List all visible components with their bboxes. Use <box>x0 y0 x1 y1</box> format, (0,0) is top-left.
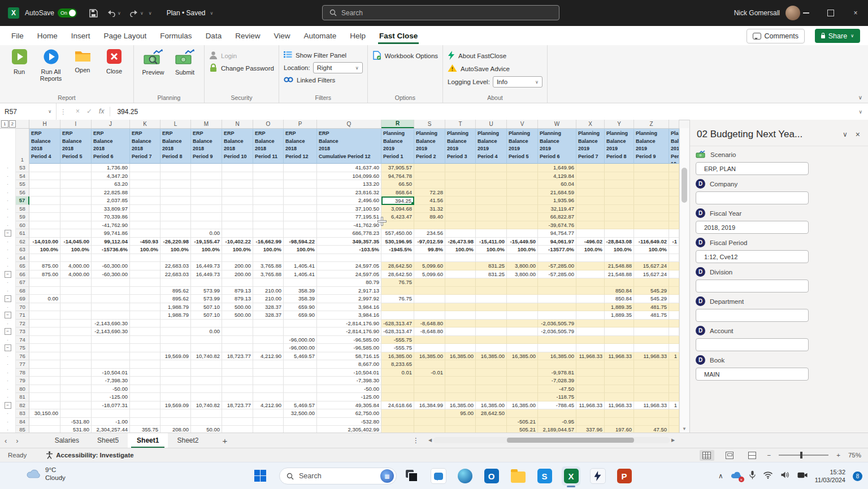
grid-cell[interactable] <box>576 180 605 189</box>
row-header-70[interactable]: 70 <box>16 303 29 312</box>
grid-cell[interactable] <box>160 221 191 230</box>
grid-cell[interactable]: 70,339.86 <box>92 213 130 221</box>
accessibility-status[interactable]: Accessibility: Investigate <box>46 451 133 459</box>
grid-cell[interactable]: 686,778.23 <box>317 229 381 238</box>
grid-cell[interactable]: -96,585.00 <box>317 344 381 352</box>
grid-cell[interactable]: 16,449.73 <box>191 270 222 279</box>
grid-cell[interactable] <box>222 180 253 189</box>
grid-cell[interactable] <box>669 360 679 369</box>
restore-button[interactable] <box>818 0 843 26</box>
grid-cell[interactable] <box>222 409 253 418</box>
grid-cell[interactable]: 63.20 <box>92 180 130 189</box>
grid-cell[interactable]: 3,765.88 <box>253 270 284 279</box>
grid-cell[interactable] <box>445 360 476 369</box>
grid-cell[interactable] <box>191 180 222 189</box>
grid-cell[interactable] <box>445 336 476 344</box>
grid-cell[interactable] <box>634 377 669 385</box>
sheet-tab-salaries[interactable]: Salaries <box>46 433 88 448</box>
grid-cell[interactable]: 11,968.33 <box>634 401 669 410</box>
grid-cell[interactable] <box>222 213 253 221</box>
grid-cell[interactable] <box>476 360 507 369</box>
grid-cell[interactable]: 99,741.86 <box>92 229 130 238</box>
grid-cell[interactable] <box>414 180 445 189</box>
grid-cell[interactable]: 94,764.78 <box>381 172 414 181</box>
grid-cell[interactable]: -125.00 <box>92 393 130 401</box>
grid-cell[interactable]: 66,822.87 <box>538 213 576 221</box>
book-input[interactable]: MAIN <box>696 368 809 381</box>
grid-cell[interactable] <box>634 328 669 336</box>
grid-cell[interactable]: 0.00 <box>191 328 222 336</box>
grid-cell[interactable] <box>284 393 317 401</box>
ribbon-tab-file[interactable]: File <box>5 26 31 45</box>
grid-cell[interactable] <box>669 320 679 328</box>
outline-gutter[interactable]: · <box>0 287 16 295</box>
grid-cell[interactable] <box>284 213 317 221</box>
grid-cell[interactable] <box>476 336 507 344</box>
grid-cell[interactable] <box>507 385 538 394</box>
grid-cell[interactable] <box>29 197 60 205</box>
grid-cell[interactable]: 100.0% <box>160 246 191 254</box>
grid-cell[interactable]: 100.0% <box>60 246 92 254</box>
grid-cell[interactable] <box>160 205 191 213</box>
grid-cell[interactable] <box>669 344 679 352</box>
grid-cell[interactable]: -41,762.90 <box>317 221 381 230</box>
grid-cell[interactable] <box>284 205 317 213</box>
scroll-right-icon[interactable]: ▶ <box>670 438 676 443</box>
open-button[interactable]: Open <box>68 49 97 93</box>
grid-cell[interactable]: 100.0% <box>29 246 60 254</box>
grid-cell[interactable]: 37,100.50 <box>317 205 381 213</box>
row-header-1[interactable]: 1 <box>16 129 29 164</box>
grid-cell[interactable] <box>60 229 92 238</box>
grid-cell[interactable]: -39,674.76 <box>538 221 576 230</box>
grid-cell[interactable]: 8,233.65 <box>381 360 414 369</box>
grid-cell[interactable] <box>605 336 634 344</box>
row-header-77[interactable]: 77 <box>16 360 29 369</box>
row-header-69[interactable]: 69 <box>16 295 29 303</box>
grid-cell[interactable]: 507.10 <box>191 311 222 320</box>
grid-cell[interactable]: 659.90 <box>284 311 317 320</box>
grid-cell[interactable]: 11,968.33 <box>634 352 669 361</box>
grid-cell[interactable] <box>29 287 60 295</box>
row-header-68[interactable]: 68 <box>16 287 29 295</box>
grid-cell[interactable] <box>284 377 317 385</box>
grid-cell[interactable] <box>605 254 634 263</box>
grid-cell[interactable]: 1,736.80 <box>92 164 130 172</box>
tray-chevron-up-icon[interactable]: ∧ <box>718 472 723 480</box>
grid-cell[interactable] <box>284 180 317 189</box>
grid-cell[interactable] <box>576 205 605 213</box>
grid-cell[interactable]: 1,649.96 <box>538 164 576 172</box>
linked-filters-button[interactable]: Linked Filters <box>284 76 363 84</box>
spreadsheet-grid[interactable]: 12HIJKLMNOPQRSTUVWXYZ 1ERP Balance 2018 … <box>0 120 679 433</box>
account-input[interactable] <box>696 338 809 351</box>
grid-cell[interactable] <box>29 344 60 352</box>
grid-cell[interactable] <box>507 205 538 213</box>
grid-cell[interactable] <box>507 336 538 344</box>
grid-cell[interactable]: 16,385.00 <box>476 352 507 361</box>
confirm-entry-icon[interactable]: ✓ <box>86 107 92 115</box>
grid-cell[interactable] <box>605 377 634 385</box>
grid-cell[interactable] <box>191 320 222 328</box>
grid-cell[interactable] <box>576 377 605 385</box>
grid-cell[interactable]: -26,220.98 <box>160 238 191 246</box>
grid-cell[interactable] <box>669 336 679 344</box>
grid-cell[interactable]: 62,750.00 <box>317 409 381 418</box>
grid-cell[interactable] <box>160 229 191 238</box>
grid-cell[interactable] <box>29 229 60 238</box>
grid-cell[interactable]: 4,000.00 <box>60 262 92 270</box>
grid-cell[interactable] <box>669 418 679 426</box>
grid-cell[interactable] <box>414 426 445 433</box>
grid-cell[interactable] <box>507 369 538 377</box>
insert-function-icon[interactable]: fx <box>99 107 104 115</box>
outline-gutter[interactable]: · <box>0 360 16 369</box>
grid-cell[interactable] <box>576 409 605 418</box>
outline-gutter[interactable]: · <box>0 205 16 213</box>
grid-cell[interactable] <box>191 254 222 263</box>
column-header-O[interactable]: O <box>253 120 284 128</box>
vertical-scrollbar-thumb[interactable] <box>682 168 687 203</box>
grid-cell[interactable] <box>476 213 507 221</box>
grid-cell[interactable] <box>284 418 317 426</box>
grid-cell[interactable] <box>445 189 476 197</box>
grid-cell[interactable]: -496.02 <box>576 238 605 246</box>
grid-cell[interactable]: 4,212.90 <box>253 352 284 361</box>
column-header-K[interactable]: K <box>130 120 160 128</box>
